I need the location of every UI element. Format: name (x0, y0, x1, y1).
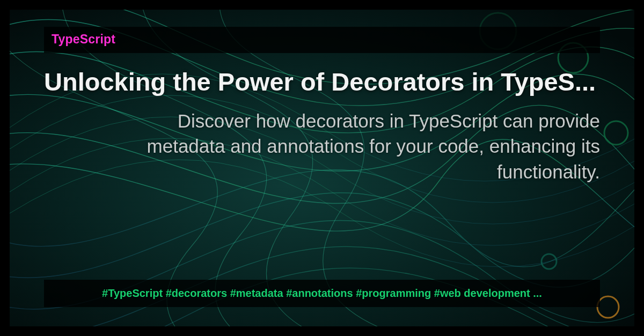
page-title: Unlocking the Power of Decorators in Typ… (44, 67, 600, 96)
content-area: TypeScript Unlocking the Power of Decora… (10, 10, 634, 326)
category-label: TypeScript (52, 32, 115, 46)
spacer (44, 184, 600, 280)
category-bar: TypeScript (44, 27, 600, 53)
page-subtitle: Discover how decorators in TypeScript ca… (44, 108, 600, 184)
card-frame: TypeScript Unlocking the Power of Decora… (10, 10, 634, 326)
tags-bar: #TypeScript #decorators #metadata #annot… (44, 280, 600, 307)
